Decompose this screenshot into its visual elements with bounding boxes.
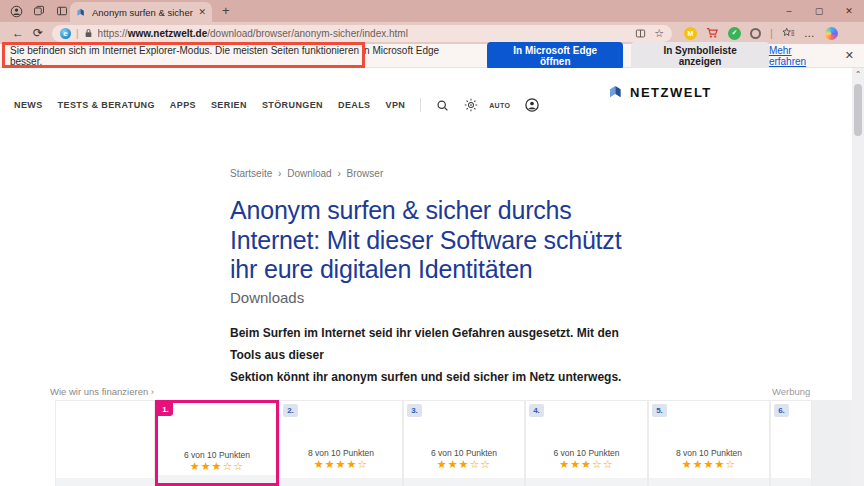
breadcrumb-separator: ›	[278, 168, 281, 179]
address-separator: |	[76, 28, 79, 39]
breadcrumb: Startseite › Download › Browser	[230, 168, 386, 179]
rank-badge: 4.	[529, 404, 544, 417]
card-footer	[404, 478, 524, 486]
user-account-icon[interactable]	[525, 98, 539, 112]
rank-badge: 2.	[283, 404, 298, 417]
product-card-2[interactable]: 2. 8 von 10 Punkten ★★★★☆	[279, 400, 403, 486]
settings-more-icon[interactable]: …	[804, 27, 816, 39]
nav-item-news[interactable]: NEWS	[14, 100, 43, 110]
ring-extension-icon[interactable]	[750, 28, 761, 39]
title-bar: Anonym surfen & sicher durchs In ✕ + – ▢…	[0, 0, 864, 22]
favorites-bar-icon[interactable]	[782, 27, 795, 39]
intro-text-line: Sektion könnt ihr anonym surfen und seid…	[230, 366, 650, 388]
check-extension-icon[interactable]: ✓	[728, 27, 741, 40]
favorite-star-icon[interactable]: ☆	[654, 27, 664, 40]
intro-text: Beim Surfen im Internet seid ihr vielen …	[230, 322, 650, 388]
lock-icon	[84, 28, 93, 38]
card-footer	[649, 478, 769, 486]
address-bar[interactable]: e | https://www.netzwelt.de/download/bro…	[52, 25, 672, 42]
nav-divider	[420, 98, 421, 112]
tab-favicon	[76, 7, 87, 18]
banner-close-icon[interactable]: ✕	[845, 49, 854, 62]
rank-badge: 5.	[652, 404, 667, 417]
window-close-button[interactable]: ✕	[834, 6, 864, 16]
url-host: www.netzwelt.de	[128, 28, 208, 39]
address-toolbar: ← ⟳ e | https://www.netzwelt.de/download…	[0, 22, 864, 44]
window-controls: – ▢ ✕	[774, 0, 864, 22]
card-footer	[280, 478, 402, 486]
theme-brightness-icon[interactable]	[464, 98, 478, 112]
site-navigation: NEWS TESTS & BERATUNG APPS SERIEN STÖRUN…	[14, 98, 539, 112]
nav-item-apps[interactable]: APPS	[170, 100, 196, 110]
product-card-1[interactable]: 1. 6 von 10 Punkten ★★★☆☆	[155, 400, 279, 486]
product-card-4[interactable]: 4. 6 von 10 Punkten ★★★☆☆	[525, 400, 648, 486]
netzwelt-logo-icon	[608, 84, 624, 100]
netzwelt-logo-text: NETZWELT	[630, 85, 712, 100]
page-title: Anonym surfen & sicher durchs Internet: …	[230, 196, 660, 285]
breadcrumb-separator: ›	[337, 168, 340, 179]
star-rating: ★★★☆☆	[158, 460, 276, 473]
star-rating: ★★★★☆	[649, 458, 769, 471]
product-card-3[interactable]: 3. 6 von 10 Punkten ★★★☆☆	[403, 400, 525, 486]
copilot-icon[interactable]	[825, 27, 838, 40]
nav-item-stoerungen[interactable]: STÖRUNGEN	[262, 100, 323, 110]
page-title-line: ihr eure digitalen Identitäten	[230, 255, 660, 285]
profile-icon[interactable]	[9, 4, 23, 18]
card-footer	[56, 478, 154, 486]
open-in-edge-button[interactable]: In Microsoft Edge öffnen	[487, 42, 623, 70]
url-path: /download/browser/anonym-sicher/index.ht…	[207, 28, 408, 39]
maximize-button[interactable]: ▢	[804, 6, 834, 16]
rating-text: 6 von 10 Punkten	[404, 448, 524, 458]
split-screen-icon[interactable]	[635, 28, 646, 39]
theme-mode-label[interactable]: AUTO	[489, 102, 510, 109]
vertical-tabs-icon[interactable]	[55, 4, 69, 18]
carousel-background	[812, 400, 852, 486]
financing-link[interactable]: Wie wir uns finanzieren ›	[50, 386, 154, 397]
browser-window: Anonym surfen & sicher durchs In ✕ + – ▢…	[0, 0, 864, 486]
star-rating: ★★★☆☆	[526, 458, 647, 471]
browser-tab[interactable]: Anonym surfen & sicher durchs In ✕	[70, 2, 212, 22]
back-button[interactable]: ←	[8, 26, 28, 40]
extension-m-icon[interactable]: M	[684, 27, 697, 40]
toolbar-separator: |	[770, 27, 773, 39]
learn-more-link[interactable]: Mehr erfahren	[769, 45, 831, 67]
card-footer	[526, 478, 647, 486]
rating-text: 6 von 10 Punkten	[526, 448, 647, 458]
breadcrumb-download[interactable]: Download	[287, 168, 331, 179]
rank-badge: 3.	[407, 404, 422, 417]
ad-label: Werbung	[772, 386, 810, 397]
product-card-6[interactable]: 6.	[770, 400, 812, 486]
scroll-up-arrow[interactable]: ⌃	[852, 68, 864, 82]
netzwelt-logo[interactable]: NETZWELT	[608, 84, 712, 100]
webpage: NEWS TESTS & BERATUNG APPS SERIEN STÖRUN…	[0, 68, 852, 486]
product-card-partial[interactable]	[55, 400, 155, 486]
tab-close-icon[interactable]: ✕	[198, 7, 206, 17]
card-footer	[158, 475, 276, 483]
minimize-button[interactable]: –	[774, 6, 804, 16]
tab-title: Anonym surfen & sicher durchs In	[92, 7, 193, 18]
ie-mode-message: Sie befinden sich im Internet Explorer-M…	[10, 45, 469, 67]
product-carousel: 1. 6 von 10 Punkten ★★★☆☆ 2. 8 von 10 Pu…	[0, 400, 852, 486]
internet-explorer-icon: e	[60, 28, 71, 39]
rank-badge: 6.	[774, 404, 789, 417]
rating-text: 8 von 10 Punkten	[280, 448, 402, 458]
nav-item-tests-beratung[interactable]: TESTS & BERATUNG	[58, 100, 155, 110]
section-label: Downloads	[230, 289, 304, 306]
nav-item-vpn[interactable]: VPN	[386, 100, 406, 110]
shopping-cart-extension-icon[interactable]	[706, 27, 719, 39]
refresh-button[interactable]: ⟳	[28, 26, 48, 40]
nav-item-serien[interactable]: SERIEN	[211, 100, 247, 110]
new-tab-button[interactable]: +	[222, 3, 230, 18]
scrollbar-thumb[interactable]	[854, 84, 862, 136]
star-rating: ★★★★☆	[280, 458, 402, 471]
search-icon[interactable]	[436, 99, 449, 112]
page-scrollbar[interactable]: ⌃	[852, 68, 864, 486]
ie-mode-banner: Sie befinden sich im Internet Explorer-M…	[0, 44, 864, 68]
nav-item-deals[interactable]: DEALS	[338, 100, 371, 110]
breadcrumb-browser[interactable]: Browser	[347, 168, 384, 179]
rating-text: 8 von 10 Punkten	[649, 448, 769, 458]
workspaces-icon[interactable]	[32, 4, 46, 18]
product-card-5[interactable]: 5. 8 von 10 Punkten ★★★★☆	[648, 400, 770, 486]
breadcrumb-startseite[interactable]: Startseite	[230, 168, 272, 179]
show-in-toolbar-button[interactable]: In Symbolleiste anzeigen	[631, 42, 769, 70]
